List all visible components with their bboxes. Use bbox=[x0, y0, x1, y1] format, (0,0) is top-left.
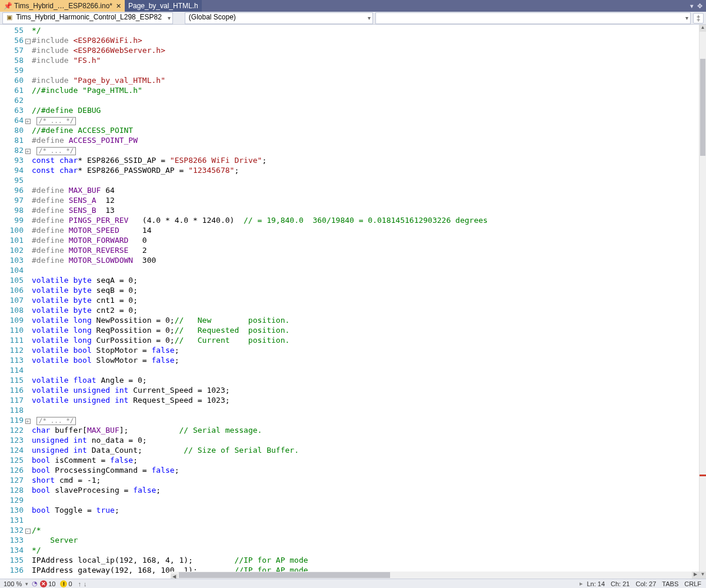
context-label: Tims_Hybrid_Harmonic_Control_L298_ESP82 bbox=[16, 13, 162, 21]
indent-mode[interactable]: TABS bbox=[662, 580, 678, 587]
navigation-bar: ▣ Tims_Hybrid_Harmonic_Control_L298_ESP8… bbox=[0, 12, 706, 25]
scroll-track[interactable] bbox=[700, 32, 706, 572]
chevron-down-icon: ▾ bbox=[685, 15, 688, 21]
fold-gutter[interactable]: -+++- bbox=[24, 25, 32, 579]
nav-arrows: ↑ ↓ bbox=[75, 580, 91, 587]
line-endings[interactable]: CRLF bbox=[684, 580, 701, 587]
scope-dropdown[interactable]: (Global Scope) ▾ bbox=[185, 12, 373, 24]
tab-label: Page_by_val_HTML.h bbox=[128, 2, 198, 10]
chevron-down-icon: ▾ bbox=[168, 15, 171, 21]
caret-char[interactable]: Ch: 21 bbox=[611, 580, 630, 587]
horizontal-scrollbar[interactable]: ◀ ▶ bbox=[171, 572, 699, 579]
code-editor[interactable]: 5556575859606162636480818293949596979899… bbox=[0, 25, 699, 579]
caret-col[interactable]: Col: 27 bbox=[635, 580, 656, 587]
file-icon: ▣ bbox=[6, 14, 12, 21]
scroll-right-button[interactable]: ▶ bbox=[692, 572, 699, 579]
vertical-scrollbar[interactable]: ▲ ▼ bbox=[699, 25, 706, 579]
code-content[interactable]: */#include <ESP8266WiFi.h>#include <ESP8… bbox=[32, 25, 699, 579]
nav-up-icon[interactable]: ↑ bbox=[78, 580, 82, 587]
caret-line[interactable]: Ln: 14 bbox=[587, 580, 605, 587]
scroll-thumb[interactable] bbox=[700, 59, 705, 156]
context-dropdown[interactable]: ▣ Tims_Hybrid_Harmonic_Control_L298_ESP8… bbox=[2, 12, 173, 24]
status-bar: 100 % ▾ ◔ ✕ 10 ! 0 ↑ ↓ ▸ Ln: 14 Ch: 21 C… bbox=[0, 579, 706, 588]
window-layout-icon[interactable]: ✥ bbox=[697, 2, 702, 10]
document-tabstrip: 📌 Tims_Hybrid_…_ESP8266.ino* ✕ Page_by_v… bbox=[0, 0, 706, 12]
no-issues-icon[interactable]: ◔ bbox=[32, 580, 38, 587]
tab-active-file[interactable]: 📌 Tims_Hybrid_…_ESP8266.ino* ✕ bbox=[0, 0, 125, 12]
close-icon[interactable]: ✕ bbox=[116, 2, 121, 10]
pin-icon: 📌 bbox=[4, 2, 12, 10]
zoom-level[interactable]: 100 % bbox=[0, 580, 25, 587]
error-count[interactable]: ✕ 10 bbox=[38, 580, 58, 587]
tab-label: Tims_Hybrid_…_ESP8266.ino* bbox=[14, 2, 112, 10]
member-dropdown[interactable]: ▾ bbox=[375, 12, 691, 24]
indicator-arrow-icon[interactable]: ▸ bbox=[580, 580, 587, 587]
nav-down-icon[interactable]: ↓ bbox=[84, 580, 87, 587]
warning-count[interactable]: ! 0 bbox=[58, 580, 74, 587]
error-marker[interactable] bbox=[700, 475, 706, 476]
error-icon: ✕ bbox=[40, 580, 47, 587]
scope-label: (Global Scope) bbox=[189, 13, 236, 21]
tab-secondary-file[interactable]: Page_by_val_HTML.h bbox=[125, 0, 202, 12]
hscroll-thumb[interactable] bbox=[179, 572, 390, 578]
split-toggle-button[interactable]: ‡ bbox=[693, 13, 704, 24]
dropdown-icon[interactable]: ▾ bbox=[690, 2, 694, 10]
line-number-gutter: 5556575859606162636480818293949596979899… bbox=[0, 25, 24, 579]
zoom-dropdown-icon[interactable]: ▾ bbox=[25, 581, 28, 587]
chevron-down-icon: ▾ bbox=[368, 15, 371, 21]
warning-icon: ! bbox=[60, 580, 67, 587]
scroll-up-button[interactable]: ▲ bbox=[700, 25, 706, 32]
scroll-down-button[interactable]: ▼ bbox=[700, 572, 706, 579]
